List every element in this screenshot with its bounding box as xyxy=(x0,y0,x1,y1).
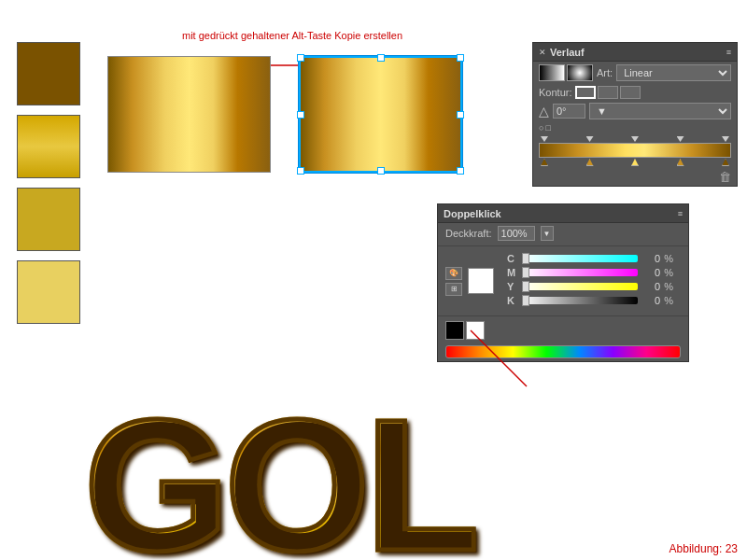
kontur-box-3[interactable] xyxy=(620,86,641,99)
dk-divider-2 xyxy=(438,315,688,316)
dk-divider-1 xyxy=(438,245,688,246)
kontur-label: Kontur: xyxy=(539,87,571,98)
verlauf-close-icon[interactable]: ✕ xyxy=(539,48,546,57)
cmyk-m-row: M 0 % xyxy=(507,267,673,278)
stop-marker-4[interactable] xyxy=(677,136,684,142)
color-stop-1[interactable] xyxy=(541,159,548,166)
cmyk-m-track[interactable] xyxy=(522,269,638,276)
gol-text-container: GOL xyxy=(84,392,474,560)
color-stop-4[interactable] xyxy=(677,159,684,166)
black-swatch[interactable] xyxy=(445,321,464,340)
handle-top-left[interactable] xyxy=(297,54,304,62)
cmyk-c-thumb[interactable] xyxy=(522,253,529,264)
angle-triangle-icon: △ xyxy=(539,104,549,119)
art-label: Art: xyxy=(597,67,613,78)
cmyk-k-track[interactable] xyxy=(522,297,638,304)
gradient-bar[interactable] xyxy=(539,143,731,158)
cmyk-c-value: 0 xyxy=(641,253,660,264)
cmyk-k-thumb[interactable] xyxy=(522,295,529,306)
cmyk-c-label: C xyxy=(507,253,518,264)
linear-preview[interactable] xyxy=(539,64,565,81)
cmyk-sliders: C 0 % M 0 % Y xyxy=(500,251,681,311)
cmyk-y-percent: % xyxy=(664,281,673,292)
cmyk-c-track[interactable] xyxy=(522,255,638,262)
cmyk-y-thumb[interactable] xyxy=(522,281,529,292)
cmyk-c-row: C 0 % xyxy=(507,253,673,264)
cmyk-y-track[interactable] xyxy=(522,283,638,290)
gradient-type-previews xyxy=(539,64,593,81)
verlauf-panel: ✕ Verlauf ≡ Art: Linear Kontur: xyxy=(532,42,738,187)
stop-marker-5[interactable] xyxy=(722,136,729,142)
color-stop-5[interactable] xyxy=(722,159,729,166)
handle-bottom-right[interactable] xyxy=(457,167,464,175)
cmyk-y-value: 0 xyxy=(641,281,660,292)
handle-mid-right[interactable] xyxy=(457,111,464,119)
doppelklick-title: Doppelklick xyxy=(444,208,501,219)
kontur-box-2[interactable] xyxy=(598,86,618,99)
cmyk-k-value: 0 xyxy=(641,295,660,306)
opacity-input[interactable] xyxy=(498,226,535,241)
handle-bottom-mid[interactable] xyxy=(377,167,385,175)
swatch-medium-gold[interactable] xyxy=(17,115,80,178)
verlauf-kontur-row: Kontur: xyxy=(533,84,737,101)
kontur-preview xyxy=(575,86,641,99)
doppelklick-titlebar: Doppelklick ≡ xyxy=(438,204,688,223)
verlauf-title: Verlauf xyxy=(550,47,585,58)
stop-markers-bottom xyxy=(539,159,731,166)
figure-caption: Abbildung: 23 xyxy=(669,542,738,555)
verlauf-art-row: Art: Linear xyxy=(533,62,737,84)
swatch-light-gold[interactable] xyxy=(17,260,80,324)
cmyk-c-percent: % xyxy=(664,253,673,264)
doppelklick-panel: Doppelklick ≡ Deckkraft: ▼ 🎨 ⊞ C xyxy=(437,203,689,362)
kontur-box-1[interactable] xyxy=(575,86,596,99)
gol-text: GOL xyxy=(84,392,474,560)
art-dropdown[interactable]: Linear xyxy=(616,64,731,81)
opacity-row: Deckkraft: ▼ xyxy=(438,223,688,244)
opacity-dropdown-btn[interactable]: ▼ xyxy=(541,226,554,241)
color-mode-icon-1[interactable]: 🎨 xyxy=(445,267,462,280)
cmyk-m-thumb[interactable] xyxy=(522,267,529,278)
color-stop-2[interactable] xyxy=(586,159,594,166)
handle-bottom-left[interactable] xyxy=(297,167,304,175)
doppelklick-menu-icon[interactable]: ≡ xyxy=(678,209,683,218)
handle-mid-left[interactable] xyxy=(297,111,304,119)
stop-marker-1[interactable] xyxy=(541,136,548,142)
opacity-label: Deckkraft: xyxy=(445,228,492,239)
stop-marker-3[interactable] xyxy=(631,136,639,142)
cmyk-m-percent: % xyxy=(664,267,673,278)
stop-markers-top xyxy=(539,136,731,142)
delete-icon[interactable]: 🗑 xyxy=(719,170,731,184)
color-swatch-white[interactable] xyxy=(468,268,494,294)
verlauf-menu-icon[interactable]: ≡ xyxy=(726,48,731,57)
cmyk-m-label: M xyxy=(507,267,518,278)
angle-input[interactable] xyxy=(553,104,585,119)
color-stop-3[interactable] xyxy=(631,159,639,166)
angle-dropdown[interactable]: ▼ xyxy=(589,103,731,119)
canvas-area: mit gedrückt gehaltener Alt-Taste Kopie … xyxy=(0,0,747,560)
verlauf-diamond-row: ○ □ xyxy=(533,121,737,134)
gradient-preview-source[interactable] xyxy=(107,56,271,173)
gradient-preview-selected[interactable] xyxy=(299,56,462,173)
svg-line-2 xyxy=(471,330,527,386)
color-mode-icons: 🎨 ⊞ xyxy=(445,267,462,296)
cmyk-m-value: 0 xyxy=(641,267,660,278)
swatch-olive-gold[interactable] xyxy=(17,188,80,251)
stop-marker-2[interactable] xyxy=(586,136,594,142)
verlauf-angle-row: △ ▼ xyxy=(533,101,737,121)
verlauf-titlebar: ✕ Verlauf ≡ xyxy=(533,43,737,62)
handle-top-right[interactable] xyxy=(457,54,464,62)
radial-preview[interactable] xyxy=(567,64,593,81)
annotation-text: mit gedrückt gehaltener Alt-Taste Kopie … xyxy=(182,30,402,41)
delete-row: 🗑 xyxy=(533,168,737,186)
cmyk-y-label: Y xyxy=(507,281,518,292)
circle-icon: ○ xyxy=(539,123,543,133)
dk-arrow xyxy=(466,326,541,400)
color-mode-row: 🎨 ⊞ C 0 % M xyxy=(438,248,688,314)
color-mode-icon-2[interactable]: ⊞ xyxy=(445,283,462,296)
gradient-bar-container xyxy=(533,134,737,168)
cmyk-k-percent: % xyxy=(664,295,673,306)
cmyk-k-row: K 0 % xyxy=(507,295,673,306)
swatch-dark-gold[interactable] xyxy=(17,42,80,105)
handle-top-mid[interactable] xyxy=(377,54,385,62)
cmyk-k-label: K xyxy=(507,295,518,306)
